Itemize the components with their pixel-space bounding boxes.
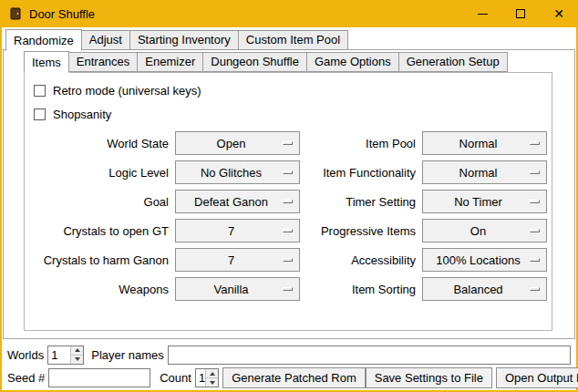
titlebar: Door Shuffle ✕ [0,0,578,27]
item-functionality-dropdown[interactable]: Normal [422,160,547,184]
generate-patched-rom-button[interactable]: Generate Patched Rom [222,367,366,388]
dropdown-indicator-icon [283,200,293,203]
logic-level-dropdown[interactable]: No Glitches [175,160,300,184]
dropdown-indicator-icon [283,287,293,291]
weapons-dropdown[interactable]: Vanilla [175,277,300,301]
weapons-label: Weapons [36,283,170,296]
open-output-directory-button[interactable]: Open Output Directory [496,367,578,388]
spinner-up-icon[interactable] [71,346,83,356]
items-pane: Retro mode (universal keys) Shopsanity W… [24,72,552,331]
close-button[interactable]: ✕ [540,0,578,27]
progressive-items-label: Progressive Items [304,224,418,238]
dropdown-indicator-icon [283,229,293,232]
shopsanity-row: Shopsanity [34,102,542,126]
minimize-button[interactable] [463,0,501,27]
seed-input[interactable] [48,368,150,387]
dropdown-indicator-icon [283,141,293,145]
crystals-gt-label: Crystals to open GT [36,224,170,238]
tab-adjust[interactable]: Adjust [81,30,130,50]
main-tab-bar: Randomize Adjust Starting Inventory Cust… [2,27,576,50]
tab-dungeon-shuffle[interactable]: Dungeon Shuffle [202,52,307,72]
item-sorting-label: Item Sorting [304,283,418,296]
item-pool-label: Item Pool [304,137,418,150]
item-pool-dropdown[interactable]: Normal [422,131,547,155]
item-functionality-label: Item Functionality [304,166,418,180]
crystals-ganon-dropdown[interactable]: 7 [175,248,300,272]
randomize-pane: Items Entrances Enemizer Dungeon Shuffle… [3,49,575,339]
crystals-gt-dropdown[interactable]: 7 [175,219,300,242]
dropdown-indicator-icon [530,170,540,174]
worlds-row: Worlds 1 Player names [7,345,571,365]
maximize-icon [516,9,525,18]
crystals-ganon-label: Crystals to harm Ganon [36,253,170,267]
item-sorting-dropdown[interactable]: Balanced [422,277,547,301]
maximize-button[interactable] [501,0,540,27]
dropdown-indicator-icon [530,141,540,145]
spinner-down-icon[interactable] [206,378,218,387]
tab-entrances[interactable]: Entrances [68,52,139,72]
app-window: Door Shuffle ✕ Randomize Adjust Starting… [0,0,578,392]
retro-mode-label: Retro mode (universal keys) [53,84,201,98]
spinner-down-icon[interactable] [71,356,83,364]
player-names-label: Player names [91,348,163,362]
spinner-up-icon[interactable] [206,369,218,378]
options-grid: World State Open Item Pool Normal Logic … [36,131,542,301]
world-state-label: World State [36,137,170,150]
dropdown-indicator-icon [530,200,540,203]
worlds-label: Worlds [7,348,44,362]
timer-setting-dropdown[interactable]: No Timer [422,190,547,213]
dropdown-indicator-icon [530,258,540,262]
dropdown-indicator-icon [530,229,540,232]
window-content: Randomize Adjust Starting Inventory Cust… [2,27,576,390]
world-state-dropdown[interactable]: Open [175,131,300,155]
retro-mode-checkbox[interactable] [34,85,46,97]
shopsanity-checkbox[interactable] [34,108,46,120]
app-icon [8,6,23,21]
count-stepper[interactable]: 1 [195,368,219,387]
tab-generation-setup[interactable]: Generation Setup [398,52,508,72]
minimize-icon [478,14,488,15]
tab-enemizer[interactable]: Enemizer [137,52,203,72]
tab-game-options[interactable]: Game Options [306,52,399,72]
sub-tab-bar: Items Entrances Enemizer Dungeon Shuffle… [4,50,574,72]
worlds-stepper[interactable]: 1 [47,346,84,365]
close-icon: ✕ [553,7,564,20]
shopsanity-label: Shopsanity [53,108,111,121]
goal-label: Goal [36,195,170,209]
player-names-input[interactable] [168,346,571,365]
dropdown-indicator-icon [530,287,540,291]
save-settings-button[interactable]: Save Settings to File [366,367,492,388]
goal-dropdown[interactable]: Defeat Ganon [175,190,300,213]
retro-mode-row: Retro mode (universal keys) [34,78,542,102]
dropdown-indicator-icon [283,170,293,174]
window-title: Door Shuffle [29,7,95,21]
count-label: Count [160,371,191,385]
accessibility-label: Accessibility [304,253,418,267]
progressive-items-dropdown[interactable]: On [422,219,547,242]
tab-custom-item-pool[interactable]: Custom Item Pool [238,30,348,50]
accessibility-dropdown[interactable]: 100% Locations [422,248,547,272]
logic-level-label: Logic Level [36,166,170,180]
tab-randomize[interactable]: Randomize [5,29,82,51]
tab-starting-inventory[interactable]: Starting Inventory [129,30,239,50]
timer-setting-label: Timer Setting [304,195,418,209]
seed-row: Seed # Count 1 Generate Patched Rom Save… [7,367,571,388]
window-controls: ✕ [463,0,578,27]
tab-items[interactable]: Items [24,51,69,73]
dropdown-indicator-icon [283,258,293,262]
seed-label: Seed # [7,371,45,385]
